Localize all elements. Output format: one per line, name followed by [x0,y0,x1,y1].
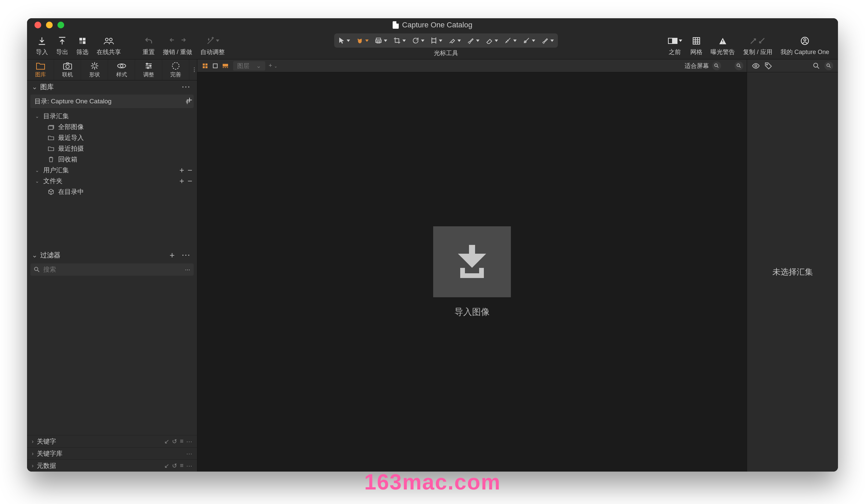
zoom-label[interactable]: 适合屏幕 [684,62,709,70]
export-icon [57,35,67,47]
pointer-tool[interactable] [338,37,350,44]
tab-library[interactable]: 图库 [27,59,54,80]
cursor-tools-label: 光标工具 [434,49,458,57]
rotate-tool[interactable] [412,37,424,44]
tree-item-recent-captures[interactable]: 最近拍摄 [27,143,197,154]
grid-button[interactable]: 网格 [686,32,706,59]
minimize-window-button[interactable] [46,22,53,28]
svg-point-35 [737,64,740,67]
reset-small-icon[interactable]: ↺ [172,438,177,445]
library-tree: ⌄目录汇集 全部图像 最近导入 最近拍摄 回收箱 ⌄用户汇集+− ⌄文件夹+− … [27,109,197,201]
catalog-selector[interactable]: 目录: Capture One Catalog ▲▼ [31,95,194,108]
svg-point-38 [767,64,768,65]
add-layer-button[interactable]: + ⌄ [269,62,277,69]
filter-panel-header[interactable]: ⌄ 过滤器 + ⋯ [27,249,197,261]
layer-selector[interactable]: 图层 ⌄ [233,61,265,71]
filter-menu-button[interactable]: ⋯ [180,250,192,260]
filter-search-field[interactable]: ⋯ [31,263,194,276]
pin-icon[interactable]: ↙ [164,438,169,445]
add-folder-button[interactable]: + [180,176,184,186]
gradient-tool[interactable] [504,37,517,44]
undo-redo-icon [169,35,186,47]
more-icon[interactable]: ⋯ [186,450,192,457]
svg-point-5 [109,38,112,41]
tree-item-in-catalog[interactable]: 在目录中 [27,186,197,197]
add-catalog-button[interactable]: + [187,95,192,105]
tab-style[interactable]: 样式 [108,59,135,80]
style-brush-tool[interactable] [541,37,554,44]
shape-icon [90,61,99,71]
copy-apply-button[interactable]: 复制 / 应用 [739,32,776,59]
zoom-search-right[interactable] [735,61,743,70]
reset-small-icon[interactable]: ↺ [172,462,177,470]
undo-redo-button[interactable]: 撤销 / 重做 [159,32,196,59]
svg-point-21 [147,67,149,69]
account-button[interactable]: 我的 Capture One [776,32,833,59]
tag-icon[interactable] [765,62,772,70]
folders-header[interactable]: ⌄文件夹+− [27,176,197,186]
close-window-button[interactable] [34,22,41,28]
radial-tool[interactable] [523,37,535,44]
more-icon[interactable]: ⋯ [186,438,192,445]
cull-button[interactable]: 筛选 [72,32,93,59]
keywords-panel-header[interactable]: ›关键字↙↺≡⋯ [27,435,197,447]
catalog-collections-header[interactable]: ⌄目录汇集 [27,111,197,121]
metadata-panel-header[interactable]: ›元数据↙↺≡⋯ [27,459,197,471]
zoom-search-left[interactable] [712,61,721,70]
tab-refine[interactable]: 完善 [162,59,189,80]
heal-tool[interactable] [448,37,461,44]
app-window: Capture One Catalog 导入 导出 筛选 在线共享 [27,18,838,471]
filter-search-input[interactable] [43,266,190,273]
keyword-library-panel-header[interactable]: ›关键字库⋯ [27,447,197,459]
cursor-toolbar [334,33,558,48]
remove-user-collection-button[interactable]: − [187,165,192,175]
folder-icon [47,146,55,151]
pin-icon[interactable]: ↙ [164,462,169,470]
share-button[interactable]: 在线共享 [93,32,125,59]
erase-tool[interactable] [486,37,498,44]
svg-rect-26 [205,63,207,66]
watermark-text: 163mac.com [364,470,501,494]
tab-tether[interactable]: 联机 [54,59,81,80]
list-icon[interactable]: ≡ [180,462,184,470]
svg-point-19 [146,63,148,65]
fullscreen-window-button[interactable] [57,22,64,28]
svg-point-17 [120,65,123,67]
add-filter-button[interactable]: + [168,250,177,260]
tree-item-recent-imports[interactable]: 最近导入 [27,132,197,143]
crop-tool[interactable] [393,37,406,44]
brush-tool[interactable] [467,37,480,44]
auto-adjust-button[interactable]: 自动调整 [196,32,229,59]
search-right-button[interactable] [813,62,820,69]
export-button[interactable]: 导出 [52,32,72,59]
tree-item-all-images[interactable]: 全部图像 [27,121,197,132]
view-grid-button[interactable] [201,62,209,70]
view-split-button[interactable] [221,62,230,70]
tab-adjust[interactable]: 调整 [135,59,162,80]
keystone-tool[interactable] [430,37,442,44]
tab-shape[interactable]: 形状 [81,59,108,80]
remove-folder-button[interactable]: − [187,176,192,186]
compare-icon [668,35,682,47]
user-icon [800,35,809,47]
view-single-button[interactable] [211,62,220,70]
list-icon[interactable]: ≡ [180,438,184,445]
zoom-right-button[interactable] [824,61,833,70]
import-images-button[interactable] [433,226,511,297]
library-panel-header[interactable]: ⌄ 图库 ⋯ [27,80,197,93]
add-user-collection-button[interactable]: + [180,165,184,175]
tree-item-trash[interactable]: 回收箱 [27,154,197,165]
panel-menu-button[interactable]: ⋯ [180,82,192,92]
before-after-button[interactable]: 之前 [664,32,686,59]
filter-search-options[interactable]: ⋯ [185,267,190,273]
import-button[interactable]: 导入 [32,32,52,59]
exposure-warning-button[interactable]: 曝光警告 [706,32,739,59]
reset-button[interactable]: 重置 [139,32,159,59]
hand-tool[interactable] [356,37,369,44]
print-tool[interactable] [375,37,387,44]
eye-icon[interactable] [752,63,760,69]
people-icon [103,35,114,47]
user-collections-header[interactable]: ⌄用户汇集+− [27,165,197,176]
more-icon[interactable]: ⋯ [186,462,192,470]
svg-point-22 [172,62,179,69]
